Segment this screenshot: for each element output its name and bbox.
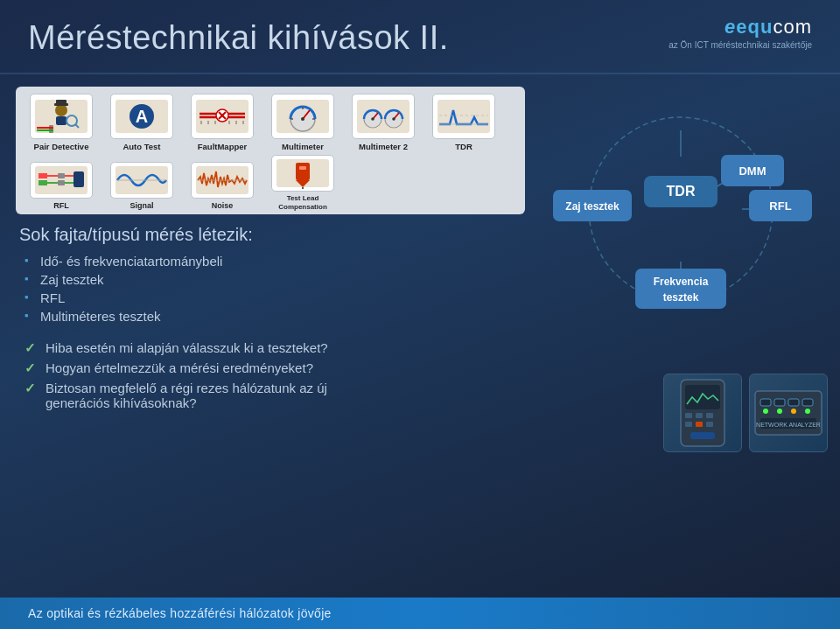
svg-rect-52 [58, 180, 65, 185]
svg-rect-9 [49, 125, 53, 133]
circle-diagram: TDR Zaj tesztek DMM RFL Frekvencia teszt… [541, 87, 821, 367]
svg-text:tesztek: tesztek [663, 291, 699, 304]
svg-text:A: A [136, 107, 148, 126]
multimeter-icon-box [271, 94, 334, 139]
svg-text:RFL: RFL [769, 199, 791, 213]
tool-auto-test[interactable]: A Auto Test [105, 94, 178, 151]
tool-signal[interactable]: Signal [105, 162, 178, 211]
svg-rect-11 [49, 129, 53, 131]
svg-text:DMM: DMM [738, 164, 766, 178]
tool-test-lead[interactable]: Test LeadCompensation [266, 155, 340, 211]
diagram-svg: TDR Zaj tesztek DMM RFL Frekvencia teszt… [541, 87, 821, 349]
header: Méréstechnikai kihívások II. eequcom az … [0, 0, 840, 74]
pair-detective-icon [33, 96, 89, 136]
pair-detective-label: Pair Detective [34, 142, 89, 151]
svg-point-98 [791, 409, 796, 414]
logo: eequcom az Ön ICT méréstechnikai szakért… [668, 16, 812, 50]
multimeter-icon [275, 96, 331, 136]
product-images: NETWORK ANALYZER [534, 374, 828, 452]
check-item-3: Biztosan megfelelő a régi rezes hálózatu… [24, 378, 525, 413]
svg-rect-51 [58, 173, 65, 178]
check-list: Hiba esetén mi alapján válasszuk ki a te… [16, 338, 525, 413]
tdr-label: TDR [455, 142, 472, 151]
bullet-item-2: Zaj tesztek [24, 270, 525, 289]
test-lead-icon [275, 157, 331, 189]
multimeter-label: Multimeter [282, 142, 324, 151]
signal-label: Signal [130, 201, 153, 211]
section-title: Sok fajta/típusú mérés létezik: [16, 225, 525, 245]
svg-rect-4 [56, 116, 66, 125]
tool-row-2: RFL Signal [24, 155, 516, 211]
tool-row-1: Pair Detective A Auto Test [24, 94, 516, 151]
svg-rect-94 [788, 399, 799, 406]
svg-text:Zaj tesztek: Zaj tesztek [565, 200, 620, 213]
tool-rfl[interactable]: RFL [24, 162, 98, 211]
multimeter2-icon [355, 96, 411, 136]
svg-point-96 [763, 409, 768, 414]
tool-multimeter2[interactable]: Multimeter 2 [346, 94, 420, 151]
svg-rect-63 [299, 166, 306, 170]
multimeter2-label: Multimeter 2 [359, 142, 408, 151]
svg-rect-90 [690, 432, 715, 439]
tool-pair-detective[interactable]: Pair Detective [24, 94, 98, 151]
noise-icon-box [191, 162, 254, 199]
svg-rect-3 [56, 100, 66, 104]
auto-test-icon-box: A [110, 94, 173, 139]
svg-rect-10 [49, 127, 53, 129]
faultmapper-label: FaultMapper [198, 142, 247, 151]
svg-point-99 [805, 409, 810, 414]
pair-detective-icon-box [30, 94, 93, 139]
svg-rect-85 [696, 413, 703, 418]
multimeter2-icon-box [352, 94, 415, 139]
svg-rect-86 [706, 413, 713, 418]
faultmapper-icon [194, 96, 250, 136]
svg-rect-55 [74, 171, 84, 187]
left-panel: Pair Detective A Auto Test [0, 87, 525, 452]
noise-label: Noise [212, 201, 234, 211]
signal-icon [114, 164, 170, 196]
svg-rect-88 [696, 422, 703, 427]
logo-subtitle: az Ön ICT méréstechnikai szakértője [668, 40, 812, 50]
bullet-item-1: Idő- és frekvenciatartománybeli [24, 252, 525, 270]
svg-point-42 [392, 117, 396, 121]
test-lead-label: Test LeadCompensation [278, 194, 327, 211]
auto-test-label: Auto Test [122, 142, 160, 151]
bullet-list: Idő- és frekvenciatartománybeli Zaj tesz… [16, 252, 525, 325]
svg-rect-48 [38, 180, 47, 185]
footer-text: Az optikai és rézkábeles hozzáférési hál… [28, 606, 332, 620]
signal-icon-box [110, 162, 173, 199]
svg-text:TDR: TDR [667, 184, 696, 199]
check-item-1: Hiba esetén mi alapján válasszuk ki a te… [24, 338, 525, 358]
tool-noise[interactable]: Noise [186, 162, 259, 211]
svg-rect-93 [774, 399, 785, 406]
auto-test-icon: A [114, 96, 170, 136]
tool-tdr[interactable]: TDR [427, 94, 500, 151]
svg-rect-61 [296, 163, 310, 180]
svg-point-39 [371, 117, 374, 121]
svg-rect-92 [760, 399, 771, 406]
bullet-item-4: Multiméteres tesztek [24, 307, 525, 325]
tdr-icon-box [432, 94, 495, 139]
svg-rect-89 [706, 422, 713, 427]
svg-text:Frekvencia: Frekvencia [654, 276, 709, 288]
faultmapper-icon-box [191, 94, 254, 139]
svg-text:NETWORK ANALYZER: NETWORK ANALYZER [756, 422, 821, 428]
product-device-2: NETWORK ANALYZER [749, 374, 828, 452]
rfl-icon [33, 164, 89, 196]
content-area: Pair Detective A Auto Test [0, 74, 840, 452]
rfl-icon-box [30, 162, 93, 199]
footer: Az optikai és rézkábeles hozzáférési hál… [0, 598, 840, 629]
tool-multimeter[interactable]: Multimeter [266, 94, 340, 151]
svg-rect-95 [802, 399, 813, 406]
svg-point-32 [301, 117, 304, 121]
noise-icon [194, 164, 250, 196]
product-device-1 [663, 374, 742, 452]
check-item-2: Hogyan értelmezzük a mérési eredményeket… [24, 358, 525, 378]
tool-strip: Pair Detective A Auto Test [16, 87, 525, 214]
rfl-label: RFL [53, 201, 69, 211]
svg-point-1 [55, 104, 67, 116]
svg-rect-87 [685, 422, 692, 427]
logo-name: eequcom [668, 16, 812, 38]
tool-faultmapper[interactable]: FaultMapper [186, 94, 259, 151]
svg-rect-84 [685, 413, 692, 418]
